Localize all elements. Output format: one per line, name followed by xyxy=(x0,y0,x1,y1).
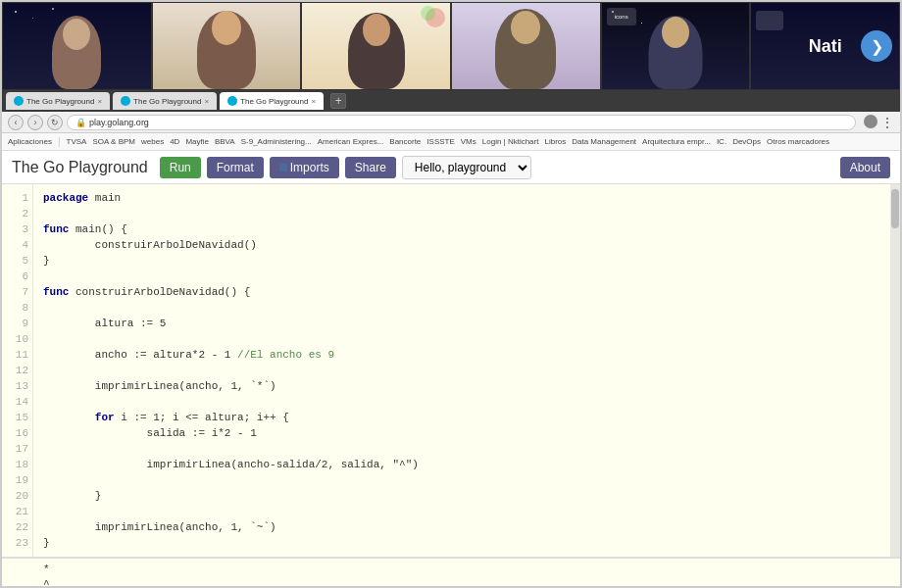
playground-toolbar: The Go Playground Run Format Imports Sha… xyxy=(2,151,900,184)
bookmark-ic[interactable]: IC. xyxy=(717,137,727,146)
code-editor[interactable]: 1 2 3 4 5 6 7 8 9 10 11 12 13 14 15 16 1… xyxy=(2,184,900,557)
tab-label-1: The Go Playground xyxy=(26,97,94,106)
bookmark-soa[interactable]: SOA & BPM xyxy=(92,137,135,146)
forward-button[interactable]: › xyxy=(27,115,43,130)
line-numbers: 1 2 3 4 5 6 7 8 9 10 11 12 13 14 15 16 1… xyxy=(2,184,33,557)
bookmark-banorte[interactable]: Bancorte xyxy=(389,137,421,146)
bookmarks-bar: Aplicaciones | TVSA SOA & BPM webes 4D M… xyxy=(2,133,900,151)
url-text: play.golang.org xyxy=(89,118,149,127)
go-tab-icon-1 xyxy=(14,96,24,106)
lock-icon: 🔒 xyxy=(75,118,86,127)
nati-label: Nati xyxy=(809,36,842,57)
bookmark-amex[interactable]: American Expres... xyxy=(318,137,384,146)
browser-tab-1[interactable]: The Go Playground × xyxy=(6,92,110,110)
output-area: * ^ ^^^ ^^^^^ ^^^^^^^ ^^^^^^^^^ ~ Progra… xyxy=(2,557,900,588)
output-line-2: ^ xyxy=(43,577,890,588)
browser-actions: ⋮ xyxy=(864,115,894,130)
bookmark-otros[interactable]: Otros marcadores xyxy=(767,137,829,146)
profile-icon[interactable] xyxy=(864,115,877,128)
address-bar: ‹ › ↻ 🔒 play.golang.org ⋮ xyxy=(2,112,900,133)
share-button[interactable]: Share xyxy=(345,157,396,178)
playground-title: The Go Playground xyxy=(12,159,148,176)
scrollbar-thumb[interactable] xyxy=(891,189,899,228)
imports-indicator-icon xyxy=(279,164,287,172)
go-tab-icon-3 xyxy=(227,96,237,106)
browser-tab-2[interactable]: The Go Playground × xyxy=(113,92,217,110)
browser-tab-3[interactable]: The Go Playground × xyxy=(220,92,324,110)
bookmark-login[interactable]: Login | Nktichart xyxy=(482,137,539,146)
code-text[interactable]: package main func main() { construirArbo… xyxy=(33,184,890,557)
about-button[interactable]: About xyxy=(840,157,890,178)
bookmark-libros[interactable]: Libros xyxy=(544,137,566,146)
video-strip: icons Nati ❯ xyxy=(2,2,900,90)
bookmark-devops[interactable]: DevOps xyxy=(732,137,761,146)
video-tile-4 xyxy=(451,2,601,90)
browser-tabs-bar: The Go Playground × The Go Playground × … xyxy=(2,90,900,112)
video-tile-3 xyxy=(301,2,451,90)
run-button[interactable]: Run xyxy=(160,157,201,178)
output-line-1: * xyxy=(43,563,890,577)
next-video-button[interactable]: ❯ xyxy=(861,30,892,62)
bookmark-data-mgmt[interactable]: Data Management xyxy=(572,137,636,146)
tab-close-2[interactable]: × xyxy=(204,97,209,106)
video-tile-1 xyxy=(2,2,152,90)
tab-close-1[interactable]: × xyxy=(97,97,102,106)
video-tile-2 xyxy=(152,2,302,90)
vertical-scrollbar[interactable] xyxy=(890,184,900,557)
imports-button[interactable]: Imports xyxy=(270,157,339,178)
bookmark-issste[interactable]: ISSSTE xyxy=(426,137,454,146)
bookmark-vms[interactable]: VMs xyxy=(461,137,476,146)
bookmark-tvsa[interactable]: TVSA xyxy=(67,137,87,146)
bookmark-apps[interactable]: Aplicaciones xyxy=(8,137,52,146)
new-tab-button[interactable]: + xyxy=(330,93,346,109)
format-button[interactable]: Format xyxy=(207,157,264,178)
bookmark-s9[interactable]: S-9_Administering... xyxy=(241,137,312,146)
hello-playground-select[interactable]: Hello, playground xyxy=(402,156,531,179)
menu-icon[interactable]: ⋮ xyxy=(880,115,894,130)
bookmark-bbva[interactable]: BBVA xyxy=(215,137,235,146)
back-button[interactable]: ‹ xyxy=(8,115,24,130)
tab-label-3: The Go Playground xyxy=(240,97,308,106)
bookmark-4d[interactable]: 4D xyxy=(170,137,179,146)
tab-close-3[interactable]: × xyxy=(311,97,316,106)
bookmark-arch[interactable]: Arquitectura empr... xyxy=(642,137,711,146)
go-tab-icon-2 xyxy=(121,96,130,106)
tab-label-2: The Go Playground xyxy=(133,97,201,106)
reload-button[interactable]: ↻ xyxy=(47,115,63,130)
url-bar[interactable]: 🔒 play.golang.org xyxy=(67,115,856,130)
video-tile-5: icons xyxy=(601,2,751,90)
bookmark-maybe[interactable]: Mayfie xyxy=(185,137,209,146)
editor-container: 1 2 3 4 5 6 7 8 9 10 11 12 13 14 15 16 1… xyxy=(2,184,900,588)
bookmark-webes[interactable]: webes xyxy=(141,137,164,146)
